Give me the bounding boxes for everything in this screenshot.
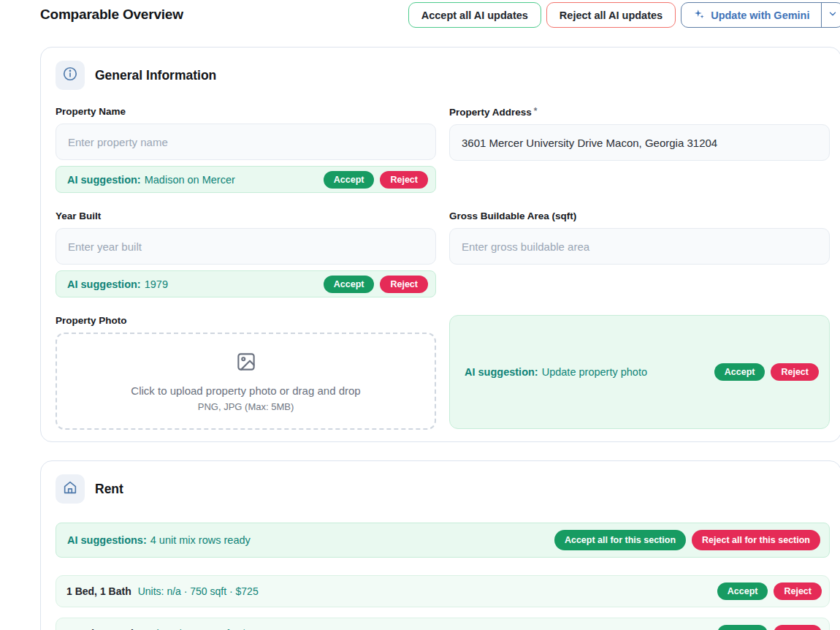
sparkle-icon [692,8,705,23]
rent-title: Rent [95,482,123,497]
accept-button[interactable]: Accept [717,582,768,600]
unit-name: 1 Bed, 1 Bath [66,585,131,597]
unit-mix-row: 1 Bed, 1 Bath Units: n/a · 750 sqft · $7… [56,575,830,607]
general-information-title: General Information [95,68,216,83]
property-address-field-group: Property Address* [449,106,830,161]
property-photo-suggestion-value: Update property photo [542,366,647,378]
general-information-header: General Information [56,61,830,90]
rent-banner-value: 4 unit mix rows ready [150,534,251,546]
unit-row-actions: Accept Reject [717,625,822,630]
year-built-field-group: Year Built AI suggestion:1979 Accept Rej… [56,210,436,297]
property-name-suggestion-text: AI suggestion:Madison on Mercer [67,174,235,186]
property-address-label-text: Property Address [449,107,532,118]
reject-button[interactable]: Reject [380,276,428,293]
chevron-down-icon [828,9,838,22]
rent-header: Rent [56,474,830,504]
unit-row-actions: Accept Reject [717,582,822,600]
info-icon [62,66,78,85]
gemini-dropdown-toggle[interactable] [822,9,840,22]
unit-row-info: 1 Bed, 1 Bath Units: n/a · 750 sqft · $7… [66,585,259,597]
accept-button[interactable]: Accept [714,363,765,381]
property-name-label: Property Name [56,106,436,117]
property-name-suggestion-actions: Accept Reject [324,171,428,189]
suggestion-prefix: AI suggestion: [67,174,141,186]
unit-details: Units: n/a · 750 sqft · $725 [138,585,259,597]
upload-instruction-text: Click to upload property photo or drag a… [131,384,360,397]
reject-all-section-button[interactable]: Reject all for this section [692,530,820,550]
general-information-grid: Property Name AI suggestion:Madison on M… [56,106,830,430]
reject-button[interactable]: Reject [771,363,819,381]
general-information-card: General Information Property Name AI sug… [40,47,840,442]
update-with-gemini-main[interactable]: Update with Gemini [681,8,820,23]
accept-button[interactable]: Accept [324,276,375,293]
suggestion-prefix: AI suggestion: [465,366,538,378]
property-photo-suggestion-actions: Accept Reject [714,363,819,381]
property-address-input[interactable] [449,124,830,161]
property-photo-label: Property Photo [56,315,436,326]
property-address-label: Property Address* [449,106,830,118]
update-with-gemini-label: Update with Gemini [711,10,809,21]
image-icon [235,351,257,376]
year-built-suggestion-actions: Accept Reject [324,276,428,293]
rent-ai-suggestions-banner: AI suggestions:4 unit mix rows ready Acc… [56,523,830,558]
property-name-ai-suggestion: AI suggestion:Madison on Mercer Accept R… [56,166,436,193]
gross-buildable-area-label: Gross Buildable Area (sqft) [449,210,830,221]
rent-icon-tile [56,474,85,504]
property-photo-upload-dropzone[interactable]: Click to upload property photo or drag a… [56,333,436,430]
unit-mix-row: 2 Beds, 1 Bath Units: n/a · 950 sqft · $… [56,618,830,630]
update-with-gemini-button[interactable]: Update with Gemini [681,2,840,28]
general-information-icon-tile [56,61,85,90]
year-built-input[interactable] [56,228,436,265]
property-photo-suggestion-text: AI suggestion:Update property photo [465,366,647,378]
year-built-ai-suggestion: AI suggestion:1979 Accept Reject [56,270,436,297]
suggestions-prefix: AI suggestions: [67,534,147,546]
rent-card: Rent AI suggestions:4 unit mix rows read… [40,460,840,630]
gross-buildable-area-field-group: Gross Buildable Area (sqft) [449,210,830,265]
suggestion-prefix: AI suggestion: [67,278,141,290]
accept-all-ai-updates-button[interactable]: Accept all AI updates [408,2,541,28]
accept-all-section-button[interactable]: Accept all for this section [554,530,686,550]
accept-button[interactable]: Accept [717,625,768,630]
rent-banner-actions: Accept all for this section Reject all f… [554,530,820,550]
year-built-suggestion-text: AI suggestion:1979 [67,278,168,290]
property-name-suggestion-value: Madison on Mercer [145,174,235,186]
gross-buildable-area-input[interactable] [449,228,830,265]
top-bar-actions: Accept all AI updates Reject all AI upda… [408,2,840,28]
home-icon [62,479,78,498]
property-photo-ai-suggestion: AI suggestion:Update property photo Acce… [449,315,830,429]
property-photo-field-group: Property Photo Click to upload property … [56,315,436,430]
reject-button[interactable]: Reject [774,625,822,630]
reject-button[interactable]: Reject [380,171,428,189]
unit-mix-rows: 1 Bed, 1 Bath Units: n/a · 750 sqft · $7… [56,575,830,630]
year-built-label: Year Built [56,210,436,221]
reject-all-ai-updates-button[interactable]: Reject all AI updates [546,2,676,28]
top-bar: Comparable Overview Accept all AI update… [40,0,840,34]
required-marker: * [534,106,538,116]
upload-hint-text: PNG, JPG (Max: 5MB) [198,401,294,412]
reject-button[interactable]: Reject [774,582,822,600]
property-photo-suggestion-cell: AI suggestion:Update property photo Acce… [449,315,830,429]
property-name-field-group: Property Name AI suggestion:Madison on M… [56,106,436,193]
rent-banner-text: AI suggestions:4 unit mix rows ready [67,534,251,546]
property-name-input[interactable] [56,124,436,160]
accept-button[interactable]: Accept [324,171,375,189]
year-built-suggestion-value: 1979 [145,278,168,290]
